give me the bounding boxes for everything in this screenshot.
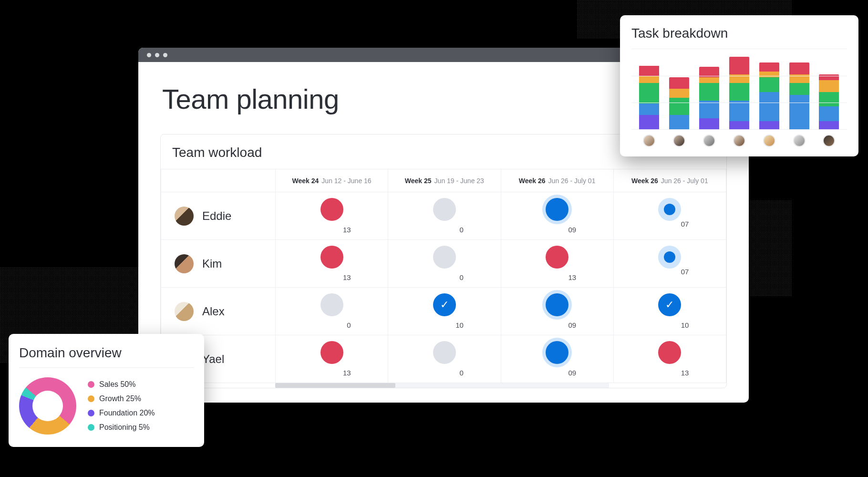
chart-segment: [819, 92, 839, 107]
traffic-light-close[interactable]: [147, 53, 151, 57]
cell-value: 13: [308, 369, 356, 377]
cell-value: 10: [646, 321, 693, 329]
legend-item[interactable]: Positioning 5%: [88, 423, 155, 432]
chart-segment: [669, 89, 689, 97]
chart-segment: [819, 121, 839, 130]
avatar: [175, 254, 194, 273]
workload-cell[interactable]: 0: [388, 192, 501, 240]
table-row: Eddie1300907: [161, 192, 726, 240]
traffic-light-zoom[interactable]: [163, 53, 167, 57]
avatar[interactable]: [763, 135, 775, 147]
chart-segment: [699, 83, 719, 101]
chart-segment: [759, 77, 779, 92]
person-cell[interactable]: Kim: [161, 254, 275, 273]
table-col-week[interactable]: Week 24Jun 12 - June 16: [276, 169, 388, 192]
horizontal-scrollbar[interactable]: [275, 383, 609, 388]
stacked-bar-chart: [631, 49, 847, 130]
chart-segment: [729, 101, 749, 121]
status-bubble: [433, 341, 456, 364]
cell-value: 0: [308, 321, 356, 329]
workload-cell[interactable]: 09: [501, 335, 613, 383]
cell-value: 0: [421, 226, 468, 234]
chart-segment: [789, 83, 809, 94]
chart-segment: [699, 77, 719, 83]
cell-value: 07: [646, 268, 693, 276]
avatar[interactable]: [703, 135, 715, 147]
workload-cell[interactable]: 13: [276, 240, 388, 288]
chart-segment: [669, 98, 689, 115]
chart-segment: [789, 95, 809, 130]
legend-label: Growth 25%: [99, 394, 141, 403]
scrollbar-thumb[interactable]: [275, 383, 395, 388]
legend-swatch: [88, 410, 94, 416]
chart-bar[interactable]: [639, 65, 659, 130]
workload-cell[interactable]: ✓10: [613, 288, 726, 335]
donut-legend: Sales 50%Growth 25%Foundation 20%Positio…: [88, 380, 155, 432]
legend-swatch: [88, 395, 94, 402]
chart-segment: [639, 104, 659, 115]
workload-cell[interactable]: 07: [613, 240, 726, 288]
workload-cell[interactable]: 13: [276, 192, 388, 240]
legend-label: Sales 50%: [99, 380, 136, 389]
workload-cell[interactable]: 09: [501, 192, 613, 240]
chart-segment: [729, 57, 749, 74]
status-bubble: [546, 246, 568, 269]
chart-bar[interactable]: [669, 77, 689, 130]
cell-value: 07: [646, 220, 693, 228]
status-bubble: [433, 198, 456, 221]
chart-bar[interactable]: [789, 62, 809, 130]
status-bubble: [320, 198, 343, 221]
workload-cell[interactable]: 07: [613, 192, 726, 240]
person-name: Alex: [202, 305, 225, 318]
donut-chart: [19, 377, 76, 435]
chart-segment: [819, 74, 839, 80]
table-col-week[interactable]: Week 26Jun 26 - July 01: [613, 169, 726, 192]
traffic-light-minimize[interactable]: [155, 53, 159, 57]
person-name: Kim: [202, 257, 222, 270]
legend-label: Foundation 20%: [99, 409, 155, 417]
chart-segment: [759, 62, 779, 71]
workload-cell[interactable]: 13: [613, 335, 726, 383]
chart-segment: [699, 118, 719, 130]
legend-item[interactable]: Sales 50%: [88, 380, 155, 389]
cell-value: 0: [421, 273, 468, 281]
legend-item[interactable]: Growth 25%: [88, 394, 155, 403]
chart-segment: [639, 83, 659, 104]
workload-cell[interactable]: 13: [276, 335, 388, 383]
legend-swatch: [88, 381, 94, 388]
workload-table: Week 24Jun 12 - June 16 Week 25Jun 19 - …: [161, 169, 726, 383]
chart-segment: [729, 121, 749, 130]
legend-item[interactable]: Foundation 20%: [88, 409, 155, 417]
chart-bar[interactable]: [729, 57, 749, 130]
cell-value: 09: [533, 369, 581, 377]
avatar[interactable]: [793, 135, 806, 147]
cell-value: 13: [533, 273, 581, 281]
chart-segment: [639, 115, 659, 130]
table-col-week[interactable]: Week 26Jun 26 - July 01: [501, 169, 613, 192]
legend-label: Positioning 5%: [99, 423, 150, 432]
chart-segment: [819, 106, 839, 121]
workload-cell[interactable]: ✓10: [388, 288, 501, 335]
cell-value: 0: [421, 369, 468, 377]
avatar[interactable]: [823, 135, 835, 147]
status-bubble: [320, 246, 343, 269]
domain-overview-card: Domain overview Sales 50%Growth 25%Found…: [9, 334, 204, 447]
workload-cell[interactable]: 13: [501, 240, 613, 288]
table-col-person: [161, 169, 276, 192]
person-cell[interactable]: Eddie: [161, 207, 275, 226]
workload-cell[interactable]: 0: [276, 288, 388, 335]
workload-card: Team workload Week 24Jun 12 - June 16 We…: [160, 134, 727, 388]
workload-cell[interactable]: 0: [388, 240, 501, 288]
avatar[interactable]: [733, 135, 745, 147]
cell-value: 13: [646, 369, 693, 377]
workload-cell[interactable]: 0: [388, 335, 501, 383]
chart-segment: [669, 115, 689, 130]
workload-cell[interactable]: 09: [501, 288, 613, 335]
status-bubble: [658, 341, 681, 364]
chart-bar[interactable]: [759, 62, 779, 130]
task-breakdown-title: Task breakdown: [631, 26, 847, 41]
person-cell[interactable]: Alex: [161, 302, 275, 321]
avatar[interactable]: [643, 135, 655, 147]
avatar[interactable]: [673, 135, 685, 147]
table-col-week[interactable]: Week 25Jun 19 - June 23: [388, 169, 501, 192]
